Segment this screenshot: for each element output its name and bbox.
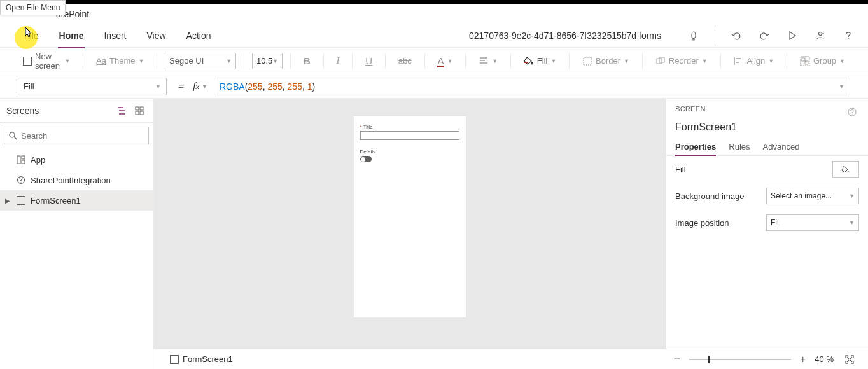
separator <box>352 53 353 69</box>
redo-button[interactable] <box>757 29 771 43</box>
fill-color-button[interactable] <box>832 161 859 178</box>
italic-button[interactable]: I <box>331 53 344 69</box>
fit-screen-button[interactable] <box>843 352 857 366</box>
zoom-slider[interactable] <box>689 359 791 360</box>
chevron-down-icon: ▼ <box>550 58 556 64</box>
group-button[interactable]: Group ▼ <box>795 53 850 69</box>
theme-button[interactable]: Aa Theme ▼ <box>91 53 149 68</box>
formula-input[interactable]: RGBA(255, 255, 255, 1) ▼ <box>214 78 850 95</box>
separator <box>290 53 291 69</box>
share-button[interactable] <box>813 29 827 43</box>
chevron-down-icon: ▼ <box>624 58 629 64</box>
tree-item-formscreen[interactable]: ▶ FormScreen1 <box>0 190 153 211</box>
property-select[interactable]: Fill ▼ <box>18 78 167 95</box>
tree-view: App SharePointIntegration ▶ FormScreen1 <box>0 148 153 212</box>
help-button[interactable] <box>841 29 855 43</box>
tree-item-app[interactable]: App <box>0 150 153 170</box>
chevron-down-icon: ▼ <box>839 58 845 64</box>
svg-rect-9 <box>140 107 143 110</box>
reorder-icon <box>655 56 666 66</box>
tree-item-sp-integration[interactable]: SharePointIntegration <box>0 170 153 190</box>
prop-tab-rules[interactable]: Rules <box>729 138 750 155</box>
svg-rect-7 <box>805 61 808 64</box>
underline-button[interactable]: U <box>360 53 377 69</box>
main-area: Screens App SharePointIntegration ▶ <box>0 99 868 369</box>
tab-file[interactable]: File <box>18 27 45 45</box>
prop-tab-advanced[interactable]: Advanced <box>763 138 800 155</box>
zoom-in-button[interactable]: + <box>800 354 806 365</box>
bg-image-select[interactable]: Select an image... ▼ <box>766 188 859 204</box>
canvas[interactable]: * Title Details <box>153 99 666 369</box>
app-checker-icon[interactable] <box>687 29 701 43</box>
prop-row-img-position: Image position Fit ▼ <box>666 209 868 236</box>
border-button[interactable]: Border ▼ <box>577 53 634 69</box>
zoom-out-button[interactable]: − <box>673 352 680 366</box>
thumbnail-view-icon[interactable] <box>132 104 146 118</box>
statusbar-screen: FormScreen1 <box>170 354 233 364</box>
separator <box>569 53 570 69</box>
help-icon[interactable] <box>845 105 859 119</box>
align-obj-label: Align <box>746 56 765 66</box>
screens-header: Screens <box>0 99 153 123</box>
svg-rect-6 <box>802 58 805 61</box>
font-select[interactable]: Segoe UI ▼ <box>165 53 236 69</box>
screens-panel: Screens App SharePointIntegration ▶ <box>0 99 153 369</box>
svg-rect-11 <box>140 111 143 115</box>
group-label: Group <box>813 56 836 66</box>
tab-view[interactable]: View <box>140 27 172 45</box>
fx-button[interactable]: fx ▼ <box>193 81 207 92</box>
bold-button[interactable]: B <box>298 53 316 69</box>
chevron-down-icon: ▼ <box>702 58 708 64</box>
search-input[interactable] <box>21 131 144 141</box>
border-icon <box>582 56 592 66</box>
zoom-percent: 40 % <box>815 354 834 364</box>
reorder-button[interactable]: Reorder ▼ <box>650 53 713 69</box>
screens-title: Screens <box>6 106 39 116</box>
tab-insert[interactable]: Insert <box>97 27 132 45</box>
play-button[interactable] <box>785 29 799 43</box>
align-text-button[interactable]: ▼ <box>473 53 503 69</box>
tab-home[interactable]: Home <box>53 27 90 45</box>
separator <box>787 53 787 69</box>
chevron-down-icon: ▼ <box>839 83 844 90</box>
group-icon <box>800 56 810 66</box>
new-screen-button[interactable]: New screen ▼ <box>18 49 75 73</box>
details-toggle[interactable] <box>360 156 372 162</box>
tree-label: App <box>31 155 45 165</box>
svg-point-17 <box>848 108 856 116</box>
separator <box>510 53 511 69</box>
font-color-button[interactable]: A ▼ <box>432 53 458 69</box>
separator <box>642 53 643 69</box>
svg-rect-15 <box>22 160 25 164</box>
prop-tab-properties[interactable]: Properties <box>675 138 716 155</box>
prop-bg-image-label: Background image <box>675 191 744 201</box>
prop-row-bg-image: Background image Select an image... ▼ <box>666 183 868 209</box>
search-box[interactable] <box>4 127 149 144</box>
form-preview[interactable]: * Title Details <box>354 116 466 317</box>
align-objects-button[interactable]: Align ▼ <box>728 53 779 69</box>
font-size-value: 10.5 <box>256 56 272 66</box>
separator <box>323 53 324 69</box>
undo-button[interactable] <box>729 29 743 43</box>
toolbar: New screen ▼ Aa Theme ▼ Segoe UI ▼ 10.5 … <box>0 48 868 74</box>
chevron-down-icon: ▼ <box>272 58 278 64</box>
img-position-select[interactable]: Fit ▼ <box>766 214 859 231</box>
svg-rect-2 <box>584 57 591 65</box>
tree-view-icon[interactable] <box>115 104 129 118</box>
theme-icon: Aa <box>96 56 106 66</box>
selected-screen-name: FormScreen1 <box>666 122 868 138</box>
svg-rect-1 <box>524 62 528 63</box>
separator <box>157 53 157 69</box>
field-title-input[interactable] <box>360 131 459 140</box>
font-size-select[interactable]: 10.5 ▼ <box>252 53 283 69</box>
strikethrough-button[interactable]: abc <box>393 53 417 68</box>
tab-action[interactable]: Action <box>180 27 218 45</box>
equals-icon: = <box>178 81 184 92</box>
expand-icon[interactable]: ▶ <box>5 197 11 204</box>
separator <box>465 53 466 69</box>
screen-icon <box>17 196 25 205</box>
svg-rect-10 <box>136 111 139 115</box>
svg-rect-8 <box>136 107 139 110</box>
fill-button[interactable]: Fill ▼ <box>519 53 562 69</box>
theme-label: Theme <box>109 56 135 66</box>
